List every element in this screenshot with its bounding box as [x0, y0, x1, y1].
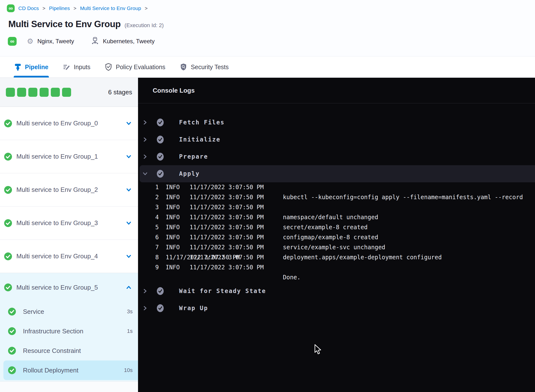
console-step-label: Fetch Files	[179, 119, 225, 126]
log-level: INFO	[166, 202, 181, 212]
title-row: Multi Service to Env Group (Execution Id…	[8, 19, 164, 29]
success-check-oval-icon	[157, 152, 164, 161]
log-level: 11/17/2022 3:07:50 PM	[166, 252, 181, 262]
step-row-infrastructure-section[interactable]: Infrastructure Section 1s	[0, 321, 138, 341]
tab-inputs[interactable]: Inputs	[63, 56, 90, 77]
log-timestamp: 11/17/2022 3:07:50 PM	[190, 242, 265, 252]
tab-pipeline[interactable]: Pipeline	[14, 56, 48, 77]
log-line-number: 5	[138, 222, 159, 232]
step-name: Resource Constraint	[23, 347, 133, 355]
mouse-cursor	[314, 344, 322, 355]
stage-row-0[interactable]: Multi service to Env Group_0	[0, 107, 138, 140]
success-check-icon	[4, 120, 12, 127]
chevron-right-icon[interactable]	[142, 120, 148, 125]
chevron-down-icon[interactable]	[125, 253, 132, 260]
environments-label: Kubernetes, Tweety	[103, 38, 155, 45]
step-row-service[interactable]: Service 3s	[0, 302, 138, 321]
log-message: secret/example-8 created	[283, 222, 368, 232]
stage-row-4[interactable]: Multi service to Env Group_4	[0, 240, 138, 273]
chevron-right-icon[interactable]	[142, 305, 148, 311]
stage-row-3[interactable]: Multi service to Env Group_3	[0, 207, 138, 240]
log-timestamp: 11/17/2022 3:07:50 PM	[190, 212, 265, 222]
chevron-right-icon[interactable]	[142, 137, 148, 142]
stage-progress-square	[6, 88, 15, 97]
chevron-right-icon[interactable]	[142, 288, 148, 294]
log-line-number: 7	[138, 242, 159, 252]
log-line: 6INFO11/17/2022 3:07:50 PMconfigmap/exam…	[138, 232, 535, 242]
stage-row-1[interactable]: Multi service to Env Group_1	[0, 140, 138, 173]
console-step-label: Wait for Steady State	[179, 288, 266, 294]
success-check-oval-icon	[157, 135, 164, 144]
breadcrumb-separator: >	[43, 6, 45, 11]
breadcrumb-cd-docs[interactable]: CD Docs	[18, 5, 39, 11]
execution-id-label: (Execution Id: 2)	[125, 22, 164, 29]
chevron-down-icon[interactable]	[125, 153, 132, 160]
log-line-number: 6	[138, 232, 159, 242]
stage-progress-square	[28, 88, 37, 97]
stage-row-2[interactable]: Multi service to Env Group_2	[0, 173, 138, 207]
console-step-prepare[interactable]: Prepare	[138, 148, 535, 165]
console-step-fetch-files[interactable]: Fetch Files	[138, 114, 535, 131]
console-step-apply[interactable]: Apply	[139, 165, 535, 182]
log-line: 7INFO11/17/2022 3:07:50 PMservice/exampl…	[138, 242, 535, 252]
success-check-icon	[8, 308, 16, 316]
success-check-icon	[4, 153, 12, 161]
log-message: kubectl --kubeconfig=config apply --file…	[283, 192, 523, 202]
breadcrumb-pipeline-name[interactable]: Multi Service to Env Group	[80, 5, 141, 11]
step-name: Rollout Deployment	[23, 367, 124, 374]
page-header: ∞ CD Docs > Pipelines > Multi Service to…	[0, 0, 535, 56]
security-shield-icon	[180, 63, 187, 71]
console-step-wait-for-steady-state[interactable]: Wait for Steady State	[138, 283, 535, 300]
tab-policy-evaluations[interactable]: Policy Evaluations	[105, 56, 165, 77]
log-line: 5INFO11/17/2022 3:07:50 PMsecret/example…	[138, 222, 535, 232]
log-line-number: 1	[138, 182, 159, 192]
stages-sidebar: 6 stages Multi service to Env Group_0 Mu…	[0, 78, 138, 392]
step-duration: 3s	[127, 308, 133, 315]
stage-progress-square	[40, 88, 49, 97]
stage-row-5[interactable]: Multi service to Env Group_5	[0, 273, 138, 302]
environments-icon	[91, 37, 99, 46]
chevron-down-icon[interactable]	[125, 120, 132, 127]
harness-cd-icon: ∞	[7, 4, 15, 12]
tab-label: Pipeline	[25, 64, 48, 71]
harness-cd-icon: ∞	[8, 37, 17, 46]
log-line: 811/17/2022 3:07:50 PM11/17/2022 3:07:50…	[138, 252, 535, 262]
console-step-label: Wrap Up	[179, 305, 208, 312]
log-message: configmap/example-8 created	[283, 232, 378, 242]
stage-progress-square	[17, 88, 26, 97]
body: 6 stages Multi service to Env Group_0 Mu…	[0, 78, 535, 392]
console-title: Console Logs	[153, 87, 195, 94]
log-message: Done.	[283, 272, 300, 283]
console-step-label: Initialize	[179, 136, 221, 143]
breadcrumb-pipelines[interactable]: Pipelines	[49, 5, 70, 11]
chevron-up-icon[interactable]	[125, 284, 132, 291]
stage-name: Multi service to Env Group_5	[16, 284, 125, 291]
step-name: Infrastructure Section	[23, 327, 127, 335]
console-step-wrap-up[interactable]: Wrap Up	[138, 300, 535, 317]
chevron-down-icon[interactable]	[125, 186, 132, 193]
policy-shield-icon	[105, 63, 112, 71]
console-logs-panel: Console Logs Fetch Files Initialize Prep…	[138, 78, 535, 392]
stage-name: Multi service to Env Group_1	[16, 153, 125, 160]
log-line: 3INFO11/17/2022 3:07:50 PM	[138, 202, 535, 212]
log-level: INFO	[166, 222, 181, 232]
stage-count-label: 6 stages	[108, 88, 132, 96]
environments-group: Kubernetes, Tweety	[91, 37, 155, 46]
stage-progress-squares	[6, 88, 71, 97]
chevron-down-icon[interactable]	[142, 171, 148, 176]
stage-name: Multi service to Env Group_0	[16, 120, 125, 127]
tab-security-tests[interactable]: Security Tests	[180, 56, 229, 77]
tab-label: Inputs	[74, 64, 90, 71]
success-check-icon	[8, 366, 16, 374]
log-level: INFO	[166, 232, 181, 242]
chevron-down-icon[interactable]	[125, 220, 132, 227]
log-timestamp: 11/17/2022 3:07:50 PM	[190, 232, 265, 242]
step-row-rollout-deployment[interactable]: Rollout Deployment 10s	[3, 360, 138, 380]
chevron-right-icon[interactable]	[142, 154, 148, 159]
page-title: Multi Service to Env Group	[8, 19, 121, 29]
console-step-initialize[interactable]: Initialize	[138, 131, 535, 148]
services-gear-icon: ⚙	[27, 38, 33, 45]
tab-label: Security Tests	[191, 64, 229, 71]
step-row-resource-constraint[interactable]: Resource Constraint	[0, 341, 138, 360]
log-message: deployment.apps/example-deployment confi…	[283, 252, 442, 262]
